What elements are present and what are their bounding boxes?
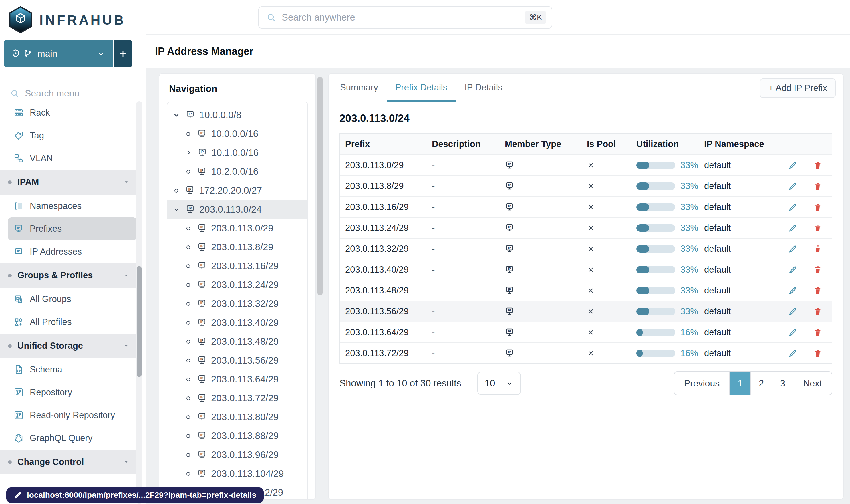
chevron-down-icon[interactable] xyxy=(172,205,181,214)
edit-prefix-button[interactable] xyxy=(788,328,797,337)
page-button-2[interactable]: 2 xyxy=(750,372,772,395)
delete-prefix-button[interactable] xyxy=(813,245,822,253)
tree-item-203-0-113-96-29[interactable]: IP203.0.113.96/29 xyxy=(167,445,307,464)
table-row-203-0-113-72-29[interactable]: 203.0.113.72/29-IP16%default xyxy=(340,342,832,363)
add-ip-prefix-button[interactable]: + Add IP Prefix xyxy=(760,78,836,98)
delete-prefix-button[interactable] xyxy=(813,161,822,169)
edit-prefix-button[interactable] xyxy=(788,286,797,295)
tree-item-203-0-113-56-29[interactable]: IP203.0.113.56/29 xyxy=(167,351,307,370)
tree-item-203-0-113-8-29[interactable]: IP203.0.113.8/29 xyxy=(167,238,307,256)
table-row-203-0-113-40-29[interactable]: 203.0.113.40/29-IP33%default xyxy=(340,259,832,280)
previous-page-button[interactable]: Previous xyxy=(674,372,729,395)
tree-item-10-0-0-0-8[interactable]: IP10.0.0.0/8 xyxy=(167,106,307,124)
tree-item-203-0-113-0-24[interactable]: IP203.0.113.0/24 xyxy=(167,200,307,219)
page-button-3[interactable]: 3 xyxy=(772,372,793,395)
edit-prefix-button[interactable] xyxy=(788,161,797,170)
branch-selector[interactable]: main xyxy=(4,40,132,67)
tree-scrollbar-thumb[interactable] xyxy=(318,77,323,295)
chevron-down-icon xyxy=(97,50,105,58)
tree-item-203-0-113-104-29[interactable]: IP203.0.113.104/29 xyxy=(167,464,307,483)
delete-prefix-button[interactable] xyxy=(813,182,822,191)
tree-item-203-0-113-40-29[interactable]: IP203.0.113.40/29 xyxy=(167,313,307,332)
edit-prefix-button[interactable] xyxy=(788,223,797,233)
keyboard-shortcut-badge: ⌘K xyxy=(525,11,546,24)
table-row-203-0-113-56-29[interactable]: 203.0.113.56/29-IP33%default xyxy=(340,301,832,322)
svg-text:IP: IP xyxy=(508,204,511,208)
sidebar-item-schema[interactable]: Schema xyxy=(0,358,137,381)
tab-prefix-details[interactable]: Prefix Details xyxy=(387,73,456,102)
sidebar-item-namespaces[interactable]: Namespaces xyxy=(0,195,137,217)
next-page-button[interactable]: Next xyxy=(793,372,832,395)
tree-item-203-0-113-16-29[interactable]: IP203.0.113.16/29 xyxy=(167,256,307,275)
delete-prefix-button[interactable] xyxy=(813,286,822,295)
sidebar-section-groups-profiles[interactable]: Groups & Profiles xyxy=(0,263,137,288)
sidebar-item-graphql-query[interactable]: GraphQL Query xyxy=(0,427,137,450)
chevron-right-icon[interactable] xyxy=(184,148,193,157)
delete-prefix-button[interactable] xyxy=(813,203,822,211)
sidebar-item-all-profiles[interactable]: All Profiles xyxy=(0,311,137,334)
tree-item-172-20-20-0-27[interactable]: IP172.20.20.0/27 xyxy=(167,181,307,200)
infrahub-logo[interactable]: INFRAHUB xyxy=(0,0,146,35)
tree-item-10-2-0-0-16[interactable]: IP10.2.0.0/16 xyxy=(167,162,307,181)
cross-icon xyxy=(587,307,595,316)
table-row-203-0-113-64-29[interactable]: 203.0.113.64/29-IP16%default xyxy=(340,322,832,342)
delete-prefix-button[interactable] xyxy=(813,266,822,274)
sidebar-item-tag[interactable]: Tag xyxy=(0,124,137,147)
sidebar-item-repository[interactable]: Repository xyxy=(0,381,137,404)
delete-prefix-button[interactable] xyxy=(813,307,822,316)
sidebar-section-change-control[interactable]: Change Control xyxy=(0,450,137,474)
table-row-203-0-113-16-29[interactable]: 203.0.113.16/29-IP33%default xyxy=(340,196,832,217)
tab-ip-details[interactable]: IP Details xyxy=(456,73,511,102)
tree-item-203-0-113-72-29[interactable]: IP203.0.113.72/29 xyxy=(167,389,307,408)
sidebar-item-read-only-repository[interactable]: Read-only Repository xyxy=(0,404,137,427)
tree-item-203-0-113-64-29[interactable]: IP203.0.113.64/29 xyxy=(167,370,307,389)
global-search-input[interactable]: Search anywhere ⌘K xyxy=(258,6,552,29)
tree-item-203-0-113-80-29[interactable]: IP203.0.113.80/29 xyxy=(167,408,307,427)
column-header-utilization: Utilization xyxy=(631,139,699,149)
tree-item-203-0-113-32-29[interactable]: IP203.0.113.32/29 xyxy=(167,294,307,313)
delete-prefix-button[interactable] xyxy=(813,328,822,337)
edit-prefix-button[interactable] xyxy=(788,307,797,316)
sidebar-item-ip-addresses[interactable]: IPIP Addresses xyxy=(0,240,137,263)
sidebar-search-input[interactable]: Search menu xyxy=(0,86,146,101)
table-row-203-0-113-32-29[interactable]: 203.0.113.32/29-IP33%default xyxy=(340,238,832,259)
table-row-203-0-113-24-29[interactable]: 203.0.113.24/29-IP33%default xyxy=(340,217,832,238)
sidebar-item-vlan[interactable]: VLAN xyxy=(0,147,137,170)
table-row-203-0-113-48-29[interactable]: 203.0.113.48/29-IP33%default xyxy=(340,280,832,301)
is-pool-cell xyxy=(582,349,631,357)
edit-prefix-button[interactable] xyxy=(788,349,797,358)
tree-item-10-1-0-0-16[interactable]: IP10.1.0.0/16 xyxy=(167,143,307,162)
delete-prefix-button[interactable] xyxy=(813,224,822,232)
utilization-bar-fill xyxy=(636,245,649,253)
tree-item-203-0-113-88-29[interactable]: IP203.0.113.88/29 xyxy=(167,427,307,445)
sidebar-scrollbar-thumb[interactable] xyxy=(137,266,142,377)
sidebar-section-ipam[interactable]: IPAM xyxy=(0,170,137,195)
sidebar-item-all-groups[interactable]: All Groups xyxy=(0,288,137,311)
sidebar-section-unified-storage[interactable]: Unified Storage xyxy=(0,334,137,358)
tree-item-203-0-113-0-29[interactable]: IP203.0.113.0/29 xyxy=(167,219,307,238)
edit-prefix-button[interactable] xyxy=(788,265,797,274)
svg-text:IP: IP xyxy=(200,131,204,134)
edit-prefix-button[interactable] xyxy=(788,244,797,253)
tree-item-label: 10.1.0.0/16 xyxy=(211,147,258,158)
tab-summary[interactable]: Summary xyxy=(331,73,387,102)
table-row-203-0-113-8-29[interactable]: 203.0.113.8/29-IP33%default xyxy=(340,175,832,196)
tree-item-10-0-0-0-16[interactable]: IP10.0.0.0/16 xyxy=(167,124,307,143)
sidebar-item-rack[interactable]: Rack xyxy=(0,101,137,124)
delete-prefix-button[interactable] xyxy=(813,349,822,358)
is-pool-cell xyxy=(582,307,631,316)
sidebar-search-placeholder: Search menu xyxy=(25,88,79,99)
chevron-down-icon[interactable] xyxy=(172,111,181,119)
page-button-1[interactable]: 1 xyxy=(729,372,750,395)
table-row-203-0-113-0-29[interactable]: 203.0.113.0/29-IP33%default xyxy=(340,155,832,175)
ip-network-icon: IP xyxy=(505,307,514,316)
svg-text:IP: IP xyxy=(200,471,204,474)
actions-cell xyxy=(779,286,832,295)
tree-item-203-0-113-24-29[interactable]: IP203.0.113.24/29 xyxy=(167,275,307,294)
add-branch-button[interactable] xyxy=(113,40,132,67)
edit-prefix-button[interactable] xyxy=(788,182,797,191)
page-size-select[interactable]: 10 xyxy=(477,372,521,395)
sidebar-item-prefixes[interactable]: IPPrefixes xyxy=(8,217,137,240)
tree-item-203-0-113-48-29[interactable]: IP203.0.113.48/29 xyxy=(167,332,307,351)
edit-prefix-button[interactable] xyxy=(788,202,797,212)
